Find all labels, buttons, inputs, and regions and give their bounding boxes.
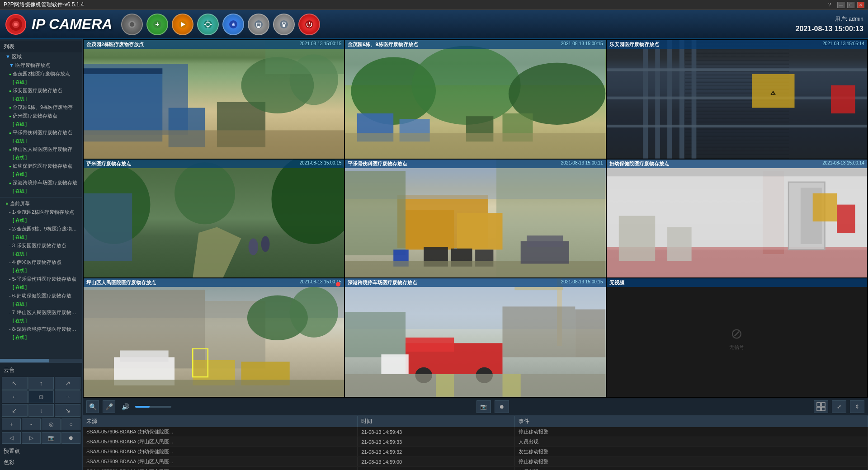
cam-name-7: 坪山区人民医院医疗废物存放点: [86, 279, 156, 286]
user-label: 用户: admin: [796, 15, 863, 23]
ptz-down[interactable]: ↓: [28, 404, 54, 417]
camera-cell-7[interactable]: 坪山区人民医院医疗废物存放点 2021-08-13 15:00:15: [84, 278, 344, 397]
expand-button[interactable]: ⇕: [850, 400, 864, 413]
camera-cell-4[interactable]: 萨米医疗废物存放点 2021-08-13 15:00:15: [84, 160, 344, 278]
sidebar-item-cam4[interactable]: ● 萨米医疗废物存放点: [0, 112, 82, 120]
log-row[interactable]: SSAA-057606-BDABA (妇幼保健院医... 21-08-13 14…: [83, 427, 868, 437]
sidebar-screen-item-8[interactable]: - 8-深港跨境停车场医疗废物存放: [0, 325, 82, 334]
log-col-time: 时间: [358, 416, 514, 427]
svg-point-17: [232, 24, 234, 25]
sidebar-screen-item-1[interactable]: - 1-金茂园2栋医疗废物存放点: [0, 208, 82, 216]
camera-cell-9[interactable]: 无视频 ⊘ 无信号: [607, 278, 867, 397]
sidebar-item-cam5[interactable]: ● 平乐骨伤科医疗废物存放点: [0, 128, 82, 137]
camera-snapshot-button[interactable]: 📷: [476, 400, 491, 413]
add-button[interactable]: +: [146, 14, 168, 35]
ptz-down-left[interactable]: ↙: [2, 404, 28, 417]
color-title: 色彩: [2, 457, 80, 468]
fullscreen-button[interactable]: ⤢: [832, 400, 846, 413]
ptz-focus-near[interactable]: ◁: [2, 432, 21, 444]
log-cell-event: 人员出现: [514, 437, 868, 447]
ptz-record-toggle[interactable]: ⏺: [61, 432, 80, 444]
svg-point-35: [412, 46, 521, 124]
sidebar-item-cam8[interactable]: ● 深港跨境停车场医疗废物存放: [0, 179, 82, 187]
cam-name-9: 无视频: [609, 279, 624, 286]
sidebar-screen-item-7[interactable]: - 7-坪山区人民医院医疗废物存放: [0, 308, 82, 317]
ptz-zoom-in[interactable]: +: [2, 418, 21, 430]
volume-slider-container[interactable]: [135, 406, 171, 408]
search-button[interactable]: 🔍: [86, 400, 99, 413]
ptz-down-right[interactable]: ↘: [55, 404, 80, 417]
lock-button[interactable]: [273, 14, 295, 35]
sidebar-screen-item-7-status: [ 在线 ]: [0, 317, 82, 325]
log-row[interactable]: SSAA-057606-BDABA (妇幼保健院医... 21-08-13 14…: [83, 447, 868, 457]
cam-label-7: 坪山区人民医院医疗废物存放点 2021-08-13 15:00:15: [84, 278, 344, 287]
event-log[interactable]: 未源 时间 事件 SSAA-057606-BDABA (妇幼保健院医... 21…: [83, 416, 868, 470]
camera-cell-5[interactable]: 平乐骨伤科医疗废物存放点 2021-08-13 15:00:11: [345, 160, 605, 278]
svg-rect-89: [120, 351, 168, 362]
cam-label-1: 金茂园2栋医疗废物存放点 2021-08-13 15:00:15: [84, 40, 344, 49]
sidebar-screen-item-4[interactable]: - 4-萨米医疗废物存放点: [0, 258, 82, 267]
sidebar-item-region[interactable]: ▼ 区域: [0, 52, 82, 61]
camera-cell-2[interactable]: 金茂园6栋、9栋医疗废物存放点 2021-08-13 15:00:15: [345, 40, 605, 159]
sidebar-screen-item-6[interactable]: - 6-妇幼保健院医疗废物存放: [0, 291, 82, 300]
cam-label-5: 平乐骨伤科医疗废物存放点 2021-08-13 15:00:11: [345, 160, 605, 168]
sidebar-item-cam6[interactable]: ● 坪山区人民医院医疗废物存: [0, 145, 82, 154]
ptz-zoom-out[interactable]: -: [22, 418, 41, 430]
log-cell-event: 发生移动报警: [514, 447, 868, 457]
sidebar-cam1-status: [ 在线 ]: [0, 78, 82, 86]
ptz-focus-far[interactable]: ▷: [22, 432, 41, 444]
log-row[interactable]: SSAA-057609-BDAAA (坪山区人民医... 21-08-13 14…: [83, 457, 868, 467]
svg-rect-104: [382, 355, 409, 375]
close-button[interactable]: ✕: [857, 2, 864, 8]
camera-grid: 金茂园2栋医疗废物存放点 2021-08-13 15:00:15: [83, 39, 868, 398]
sidebar-screen-item-6-status: [ 在线 ]: [0, 300, 82, 308]
sidebar-item-cam1[interactable]: ● 金茂园2栋医疗废物存放点: [0, 70, 82, 78]
sidebar-screen-item-5[interactable]: - 5-平乐骨伤科医疗废物存放点: [0, 275, 82, 283]
camera-cell-8[interactable]: 深港跨境停车场医疗废物存放点 2021-08-13 15:00:15: [345, 278, 605, 397]
maximize-button[interactable]: □: [847, 2, 854, 8]
ptz-center[interactable]: ⊙: [28, 390, 54, 403]
sidebar-screen-item-4-status: [ 在线 ]: [0, 267, 82, 275]
ptz-up[interactable]: ↑: [28, 377, 54, 390]
camera-cell-1[interactable]: 金茂园2栋医疗废物存放点 2021-08-13 15:00:15: [84, 40, 344, 159]
camera-cell-6[interactable]: 妇幼保健院医疗废物存放点 2021-08-13 15:00:14: [607, 160, 867, 278]
ptz-up-left[interactable]: ↖: [2, 377, 28, 390]
cam-name-6: 妇幼保健院医疗废物存放点: [609, 160, 669, 167]
ptz-snapshot[interactable]: 📷: [42, 432, 61, 444]
sidebar-screen-item-2-status: [ 在线 ]: [0, 233, 82, 241]
power-button[interactable]: [298, 14, 320, 35]
camera-record-button[interactable]: ⏺: [495, 400, 509, 413]
sidebar-screen-item-2[interactable]: - 2-金茂园6栋、9栋医疗废物存放: [0, 225, 82, 233]
svg-point-58: [249, 238, 258, 255]
svg-rect-65: [457, 213, 503, 249]
sidebar-item-cam2[interactable]: ● 乐安园医疗废物存放点: [0, 86, 82, 95]
log-row[interactable]: SSAA-057609-BDAAA (坪山区人民医... 21-08-13 14…: [83, 467, 868, 470]
log-cell-event: 停止移动报警: [514, 427, 868, 437]
settings-button[interactable]: [222, 14, 244, 35]
ptz-iris-open[interactable]: ◎: [42, 418, 61, 430]
sidebar-item-medical-waste[interactable]: ▼ 医疗废物存放点: [0, 61, 82, 70]
minimize-button[interactable]: —: [837, 2, 844, 8]
log-row[interactable]: SSAA-057609-BDABA (坪山区人民医... 21-08-13 14…: [83, 437, 868, 447]
ptz-left[interactable]: ←: [2, 390, 28, 403]
svg-rect-97: [345, 312, 406, 357]
sidebar-screen-item-1-status: [ 在线 ]: [0, 216, 82, 225]
network-button[interactable]: [248, 14, 269, 35]
ptz-button[interactable]: [197, 14, 219, 35]
ptz-iris-close[interactable]: ○: [61, 418, 80, 430]
grid-layout-button[interactable]: [814, 400, 828, 413]
camera-cell-3[interactable]: ⚠ 乐安园医疗废物存放点 2021-08-13 15:05:14: [607, 40, 867, 159]
sidebar-screen-item-3[interactable]: - 3-乐安园医疗废物存放点: [0, 241, 82, 250]
svg-point-3: [14, 23, 18, 26]
help-btn[interactable]: ?: [828, 2, 831, 8]
play-button[interactable]: [172, 14, 193, 35]
cam-label-2: 金茂园6栋、9栋医疗废物存放点 2021-08-13 15:00:15: [345, 40, 605, 49]
svg-rect-64: [406, 210, 454, 249]
sidebar-item-cam3[interactable]: ● 金茂园6栋、9栋医疗废物存: [0, 103, 82, 112]
sidebar-item-cam7[interactable]: ● 妇幼保健院医疗废物存放点: [0, 162, 82, 170]
mic-button[interactable]: 🎤: [103, 400, 115, 413]
record-button[interactable]: [121, 14, 143, 35]
ptz-up-right[interactable]: ↗: [55, 377, 80, 390]
svg-point-5: [130, 22, 134, 27]
ptz-right[interactable]: →: [55, 390, 80, 403]
